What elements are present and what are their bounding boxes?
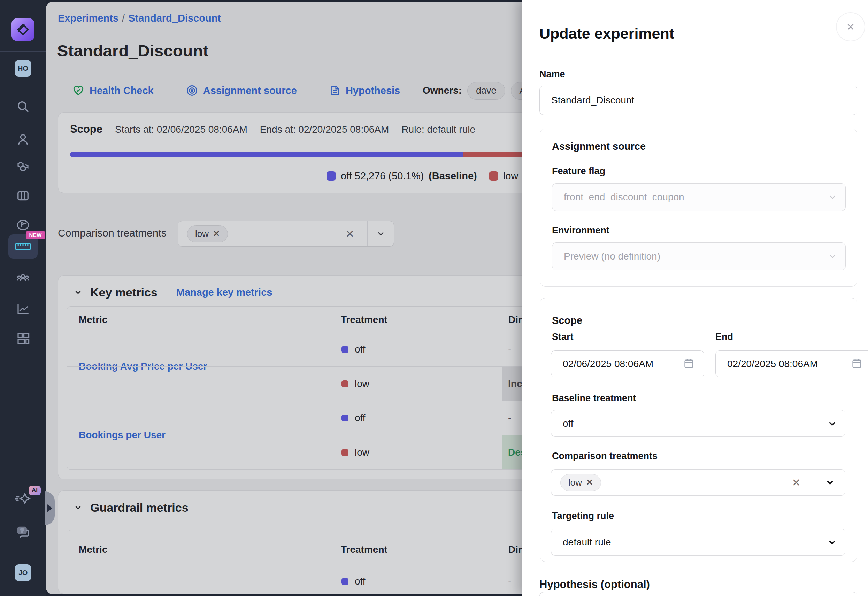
start-datetime-value: 02/06/2025 08:06AM <box>563 358 653 370</box>
drawer-scope-title: Scope <box>552 315 582 326</box>
modal-dim-overlay[interactable] <box>46 0 522 596</box>
close-button[interactable] <box>836 12 865 41</box>
end-datetime-value: 02/20/2025 08:06AM <box>727 358 818 370</box>
hexagons-icon <box>16 160 30 174</box>
sidebar-item-dashboards[interactable] <box>0 329 46 348</box>
tag-remove-icon[interactable]: ✕ <box>586 478 593 487</box>
ai-badge: AI <box>29 485 41 495</box>
sidebar-item-search[interactable] <box>0 97 46 117</box>
environment-select[interactable]: Preview (no definition) <box>552 242 846 270</box>
svg-text:?: ? <box>20 527 24 534</box>
sidebar-item-analytics[interactable] <box>0 299 46 319</box>
start-datetime-input[interactable]: 02/06/2025 08:06AM <box>551 350 704 377</box>
baseline-treatment-label: Baseline treatment <box>552 393 636 404</box>
assignment-source-title: Assignment source <box>552 141 646 152</box>
sidebar-divider <box>0 86 46 86</box>
sidebar-item-users[interactable] <box>0 130 46 149</box>
treatment-tag-label: low <box>568 477 582 488</box>
chevron-down-icon <box>827 418 837 429</box>
chevron-down-icon <box>827 537 837 547</box>
select-control <box>819 410 845 437</box>
baseline-treatment-value: off <box>563 418 574 429</box>
start-label: Start <box>552 332 574 342</box>
caret-right-icon <box>47 505 52 512</box>
baseline-treatment-select[interactable]: off <box>551 410 845 437</box>
ruler-icon <box>15 241 31 252</box>
targeting-rule-select[interactable]: default rule <box>551 529 845 556</box>
line-chart-icon <box>16 301 30 316</box>
help-chat-icon: ? <box>15 525 31 540</box>
workspace-avatar: HO <box>15 60 31 77</box>
calendar-icon[interactable] <box>851 357 863 370</box>
select-control <box>819 529 845 555</box>
expand-panel-handle[interactable] <box>45 491 55 525</box>
sidebar-item-ai-assistant[interactable]: AI <box>0 489 46 510</box>
select-control <box>819 184 845 211</box>
hypothesis-textarea[interactable] <box>539 592 857 596</box>
chevron-down-icon <box>825 477 835 488</box>
people-group-icon <box>16 271 30 285</box>
chevron-down-icon <box>828 251 837 261</box>
search-icon <box>16 100 30 114</box>
assignment-source-card: Assignment source Feature flag front_end… <box>540 128 857 287</box>
columns-icon <box>16 189 30 203</box>
user-menu[interactable]: JO <box>0 563 46 583</box>
sidebar-item-feature-flags[interactable] <box>0 186 46 205</box>
chevron-down-icon <box>828 192 837 202</box>
select-control <box>819 243 845 270</box>
sidebar-item-segments[interactable] <box>0 158 46 177</box>
sidebar-item-audiences[interactable] <box>0 268 46 288</box>
feature-flag-value: front_end_discount_coupon <box>564 192 684 203</box>
drawer-comparison-select[interactable]: low✕ ✕ <box>551 469 845 496</box>
new-badge: NEW <box>26 231 46 239</box>
targeting-rule-label: Targeting rule <box>552 510 614 521</box>
treatment-tag-low[interactable]: low✕ <box>560 474 601 491</box>
end-datetime-input[interactable]: 02/20/2025 08:06AM <box>715 350 868 377</box>
app-root: HO NEW <box>0 0 868 596</box>
feature-flag-label: Feature flag <box>552 166 605 177</box>
user-avatar: JO <box>15 564 31 581</box>
hypothesis-optional-label: Hypothesis (optional) <box>539 578 650 591</box>
sidebar-divider <box>0 555 46 555</box>
drawer-title: Update experiment <box>539 25 674 42</box>
experiments-active-tile: NEW <box>8 235 38 259</box>
name-label: Name <box>539 69 565 80</box>
feature-flag-select[interactable]: front_end_discount_coupon <box>552 183 846 211</box>
targeting-rule-value: default rule <box>563 537 611 548</box>
workspace-switcher[interactable]: HO <box>0 59 46 78</box>
sidebar-item-help[interactable]: ? <box>0 522 46 543</box>
drawer-comparison-label: Comparison treatments <box>552 451 657 462</box>
environment-label: Environment <box>552 225 610 236</box>
clear-selection-icon[interactable]: ✕ <box>786 469 807 495</box>
app-logo[interactable] <box>0 14 46 45</box>
brand-logo-icon <box>12 18 34 41</box>
drawer-scope-card: Scope Start End 02/06/2025 08:06AM 02/20… <box>540 298 857 562</box>
select-control <box>815 469 845 495</box>
name-value: Standard_Discount <box>551 95 634 106</box>
sidebar: HO NEW <box>0 0 46 596</box>
close-icon <box>845 22 856 32</box>
end-label: End <box>715 332 733 342</box>
sidebar-item-experiments-active[interactable]: NEW <box>0 212 46 261</box>
name-input[interactable]: Standard_Discount <box>539 86 857 115</box>
environment-value: Preview (no definition) <box>564 251 660 262</box>
dashboard-grid-icon <box>16 331 30 346</box>
calendar-icon[interactable] <box>683 357 695 370</box>
update-experiment-drawer: Update experiment Name Standard_Discount… <box>522 0 868 596</box>
user-icon <box>16 132 30 146</box>
sidebar-divider <box>0 51 46 52</box>
